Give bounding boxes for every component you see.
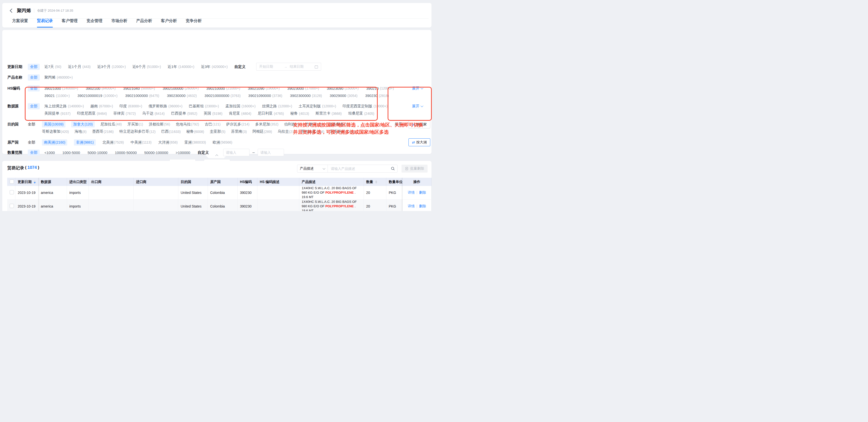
filter-option[interactable]: 北美洲(7528) — [102, 140, 124, 145]
filter-all-dest_country[interactable]: 全部 — [28, 121, 35, 128]
filter-option[interactable]: 巴西提单(5952) — [171, 111, 197, 116]
filter-option[interactable]: 近7天(50) — [44, 64, 61, 69]
tab-客户管理[interactable]: 客户管理 — [62, 18, 78, 28]
filter-option[interactable]: 土耳其定制版(12000+) — [299, 104, 336, 108]
filter-option[interactable]: 自定义 — [198, 150, 209, 155]
filter-option[interactable]: 斯里兰卡(3668) — [315, 111, 341, 116]
filter-option[interactable]: 39021040(50000+) — [123, 86, 155, 91]
sort-icons[interactable] — [375, 181, 377, 184]
filter-option[interactable]: 390230(2818) — [365, 94, 389, 98]
filter-option[interactable]: 10000-50000 — [115, 151, 137, 155]
filter-option[interactable]: 危地马拉(792) — [176, 122, 199, 127]
dest-expand-link[interactable]: 展开 — [395, 121, 405, 128]
filter-option[interactable]: 哥斯达黎加(420) — [42, 129, 69, 134]
filter-option[interactable]: 3902100000(26000+) — [163, 86, 199, 91]
filter-option[interactable]: 自定义 — [235, 64, 246, 69]
filter-all-hs_code[interactable]: 全部 — [28, 85, 40, 92]
filter-option[interactable]: 近1个月(443) — [68, 64, 91, 69]
filter-option[interactable]: 古巴(121) — [205, 122, 221, 127]
filter-option[interactable]: 大洋洲(658) — [158, 140, 178, 145]
filter-option[interactable]: 海地(8) — [75, 129, 87, 134]
back-icon[interactable] — [10, 9, 14, 13]
date-range-picker[interactable]: 开始日期→结束日期 — [256, 63, 321, 71]
filter-option[interactable]: 390210000000(3763) — [204, 94, 241, 98]
filter-option[interactable]: 美国提单(9157) — [44, 111, 70, 116]
filter-option[interactable]: 390210(12000+) — [366, 86, 394, 91]
delete-link[interactable]: 删除 — [419, 204, 426, 208]
filter-option[interactable]: 3902100(84000+) — [86, 86, 116, 91]
filter-option[interactable]: 欧洲(56566) — [213, 140, 232, 145]
filter-option[interactable]: 近1年(140000+) — [168, 64, 194, 69]
filter-option[interactable]: 印度尼西亚定制版(10000+) — [342, 104, 388, 108]
filter-option[interactable]: 菲律宾(7672) — [113, 111, 136, 116]
filter-option[interactable]: 乌拉圭(21) — [278, 129, 296, 134]
by-continent-button[interactable]: ⇄ 按大洲 — [408, 138, 430, 146]
filter-option[interactable]: 印度(63000+) — [120, 104, 142, 108]
hs-expand-link[interactable]: 展开 — [412, 85, 423, 92]
filter-option[interactable]: 1000-5000 — [62, 151, 80, 155]
filter-option[interactable]: 39021090(19000+) — [248, 86, 279, 91]
tab-市场分析[interactable]: 市场分析 — [111, 18, 127, 28]
filter-option[interactable]: 中美洲(1113) — [130, 140, 151, 145]
filter-option[interactable]: 39021000000(6475) — [125, 94, 159, 98]
filter-option[interactable]: 近6个月(51000+) — [132, 64, 161, 69]
filter-all-product_name[interactable]: 全部 — [28, 74, 40, 81]
select-all-checkbox[interactable] — [10, 180, 14, 184]
filter-all-data_source[interactable]: 全部 — [28, 102, 40, 110]
filter-option[interactable]: 巴西(11633) — [161, 129, 181, 134]
row-checkbox[interactable] — [10, 204, 14, 208]
filter-option[interactable]: 近3年(420000+) — [201, 64, 228, 69]
filter-option[interactable]: 特立尼达和多巴哥(12) — [119, 129, 155, 134]
filter-all-qty_range[interactable]: 全部 — [28, 149, 40, 156]
filter-option[interactable]: 萨尔瓦多(214) — [226, 122, 249, 127]
tab-贸易记录[interactable]: 贸易记录 — [37, 18, 53, 28]
filter-option[interactable]: 圭亚那(5) — [210, 129, 225, 134]
filter-all-origin_country[interactable]: 全部 — [28, 139, 35, 146]
filter-option[interactable]: 多米尼加(352) — [255, 122, 279, 127]
search-icon[interactable] — [391, 167, 395, 171]
filter-option[interactable]: 巴基斯坦(23000+) — [189, 104, 219, 108]
filter-option[interactable]: 哥伦比亚(504) — [301, 129, 324, 134]
filter-option[interactable]: <1000 — [44, 151, 55, 155]
filter-option[interactable]: 39023000(17000+) — [287, 86, 319, 91]
filter-option[interactable]: 印度尼西亚(8464) — [77, 111, 106, 116]
by-country-button[interactable]: ⇄ 按国家 — [408, 121, 430, 128]
datasource-expand-link[interactable]: 展开 — [412, 102, 423, 110]
bulk-delete-button[interactable]: 批量删除 — [402, 165, 428, 172]
tab-产品分析[interactable]: 产品分析 — [136, 18, 152, 28]
sort-icons[interactable] — [34, 181, 36, 184]
filter-option[interactable]: 5000-10000 — [88, 151, 107, 155]
filter-option[interactable]: 越南(67000+) — [90, 104, 113, 108]
detail-link[interactable]: 详情 — [408, 190, 415, 194]
filter-option[interactable]: 巴拿马(16) — [306, 122, 323, 127]
filter-option[interactable]: 非洲(9881) — [74, 139, 95, 145]
filter-option[interactable]: 丝绸之路(12000+) — [262, 104, 292, 108]
filter-option[interactable]: 阿根廷(289) — [252, 129, 272, 134]
filter-option[interactable]: 苏里南(3) — [231, 129, 247, 134]
col-header-更新日期[interactable]: 更新日期 — [15, 178, 38, 186]
filter-all-update_date[interactable]: 全部 — [28, 63, 40, 70]
filter-option[interactable]: 俄罗斯铁路(36000+) — [149, 104, 182, 108]
filter-option[interactable]: 墨西哥(2186) — [92, 129, 114, 134]
range-input-max-qty_range[interactable] — [258, 149, 284, 156]
filter-option[interactable]: 尼加拉瓜(48) — [100, 122, 122, 127]
search-input[interactable] — [330, 166, 389, 171]
filter-option[interactable]: 聚丙烯(460000+) — [44, 75, 73, 80]
filter-option[interactable]: 3902300000(3128) — [290, 94, 322, 98]
filter-option[interactable]: 39021090000(3736) — [248, 94, 282, 98]
filter-option[interactable]: 乌干达(6414) — [142, 111, 164, 116]
tab-竞争分析[interactable]: 竞争分析 — [186, 18, 202, 28]
filter-option[interactable]: 39021(11000+) — [44, 94, 70, 98]
filter-option[interactable]: 亚洲(380033) — [184, 140, 206, 145]
filter-option[interactable]: 肯尼亚(4804) — [229, 111, 251, 116]
filter-option[interactable]: 洪都拉斯(56) — [149, 122, 170, 127]
range-input-min-qty_range[interactable] — [223, 149, 249, 156]
filter-option[interactable]: 南美洲(2160) — [42, 139, 67, 145]
tab-竞企管理[interactable]: 竞企管理 — [87, 18, 102, 28]
filter-option[interactable]: 牙买加(1) — [127, 122, 143, 127]
filter-option[interactable]: 39021000(140000+) — [44, 86, 78, 91]
filter-option[interactable]: 390230000(4632) — [167, 94, 197, 98]
filter-option[interactable]: 390210000(21000+) — [206, 86, 240, 91]
filter-option[interactable]: 秘鲁(4013) — [290, 111, 309, 116]
delete-link[interactable]: 删除 — [419, 190, 426, 194]
